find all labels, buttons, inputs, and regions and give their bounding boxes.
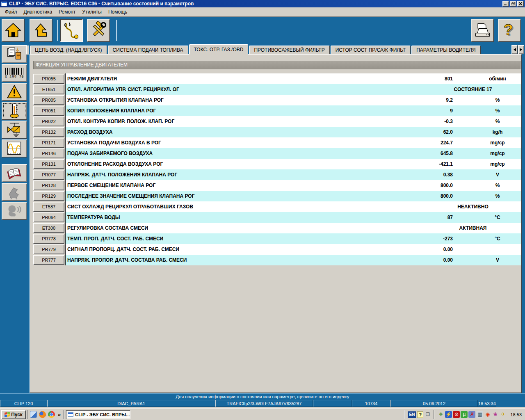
menu-item[interactable]: Диагностика [21,8,56,16]
lightning-icon[interactable]: ⚡ [445,411,452,418]
print-button[interactable] [471,19,494,42]
status-segment: 05.09.2012 [390,400,478,407]
window-title: CLIP - ЭБУ СИС. ВПРЫС. EDC16 C36 - Считы… [9,1,502,7]
parameter-code-button[interactable]: ET651 [33,84,64,94]
minimize-button[interactable] [502,1,509,7]
parameter-value: 0.38 [388,172,474,178]
parameter-value: -421.1 [388,161,474,167]
parameter-unit: % [474,119,521,124]
back-up-button[interactable] [30,19,52,42]
network-error-icon[interactable]: ✗ [468,411,475,418]
sidebar-actuators-button[interactable] [2,121,27,139]
target-icon[interactable]: ◉ [484,411,491,418]
question-mark-icon: ? ? [500,21,518,39]
parameter-code-button[interactable]: PR778 [33,234,64,244]
table-row: PR005 УСТАНОВКА ОТКРЫТИЯ КЛАПАНА РОГ 9.2… [33,95,521,105]
tab[interactable]: ИСТОР СОСТ ПР/САЖ ФИЛЬТ [331,46,411,55]
parameter-code-button[interactable]: PR132 [33,127,64,137]
sidebar-documents-button[interactable] [2,45,27,63]
tab[interactable]: ЦЕПЬ ВОЗД. (НАДД./ВПУСК) [30,46,107,55]
tab[interactable]: СИСТЕМА ПОДАЧИ ТОПЛИВА [108,46,188,55]
menu-item[interactable]: Файл [2,8,21,16]
diagnostics-button[interactable] [60,19,83,42]
sidebar-graph-button[interactable] [2,139,27,158]
palette-icon[interactable]: ❀ [492,411,499,418]
sidebar-manual-button[interactable] [2,164,27,182]
tab[interactable]: ТОКС. ОТР. ГАЗ./OBD [189,44,249,55]
parameter-code-button[interactable]: PR171 [33,138,64,148]
tray-help-icon[interactable]: ? [417,411,423,418]
parameter-description: УСТАНОВКА ОТКРЫТИЯ КЛАПАНА РОГ [66,97,388,103]
parameter-description: ОТКЛОНЕНИЕ РАСХОДА ВОЗДУХА РОГ [66,161,388,167]
windows-logo-icon [5,412,10,417]
no-entry-icon[interactable]: ⊘ [453,411,460,418]
language-indicator[interactable]: EN [408,411,416,418]
tab[interactable]: ПАРАМЕТРЫ ВОДИТЕЛЯ [411,46,480,55]
parameter-cells: РЕЖИМ ДВИГАТЕЛЯ 801 об/мин 801 [65,73,521,84]
sidebar-voice-button[interactable] [2,202,27,220]
parameter-code-button[interactable]: ET300 [33,223,64,233]
parameter-code-button[interactable]: PR146 [33,148,64,158]
parameter-code-button[interactable]: PR005 [33,95,64,105]
parameter-description: ТЕМП. ПРОП. ДАТЧ. СОСТ. РАБ. СМЕСИ [66,236,388,242]
stethoscope-icon [62,21,80,39]
sidebar-warning-button[interactable] [2,83,27,101]
parameter-code-button[interactable]: PR777 [33,255,64,265]
sidebar-clamp-button[interactable] [2,183,27,201]
taskbar: Пуск » CLIP - ЭБУ СИС. ВПРЫ... EN ? ❐ ❖ … [0,409,525,420]
parameter-value: 224.7 [388,140,474,146]
sidebar-parameters-button[interactable] [2,102,27,120]
warning-icon [7,84,22,100]
home-button[interactable] [2,19,25,42]
start-button[interactable]: Пуск [1,410,26,419]
parameter-cells: ПОДАЧА ЗАБИРАЕМОГО ВОЗДУХА 645.8 mg/cp 6… [65,148,521,159]
parameter-code-button[interactable]: PR064 [33,212,64,222]
sidebar-barcode-button[interactable]: 3 499 70 [2,64,27,82]
airplane-icon[interactable]: ✈ [500,411,507,418]
restore-button[interactable] [510,1,516,7]
shield-icon[interactable]: ❖ [437,411,444,418]
menu-item[interactable]: Ремонт [55,8,79,16]
menu-item[interactable]: Утилиты [79,8,105,16]
help-button[interactable]: ? ? [498,19,521,42]
taskbar-separator [27,410,28,419]
parameter-unit: °C [474,215,521,220]
parameter-code-button[interactable]: PR131 [33,159,64,169]
status-segment [313,400,352,407]
parameter-code-button[interactable]: PR051 [33,106,64,116]
show-desktop-icon[interactable] [30,411,37,418]
firefox-icon[interactable] [39,411,46,418]
tab-sliver [26,46,29,55]
parameter-code-button[interactable]: PR128 [33,180,64,190]
parameter-code-button[interactable]: PR022 [33,116,64,126]
tab-strip: ЦЕПЬ ВОЗД. (НАДД./ВПУСК) СИСТЕМА ПОДАЧИ … [26,44,525,55]
checkered-icon[interactable]: ▦ [476,411,483,418]
tab-scroll-left-button[interactable] [511,45,518,54]
parameter-code-button[interactable]: PR129 [33,191,64,201]
table-row: ET300 РЕГУЛИРОВКА СОСТАВА СМЕСИ АКТИВНАЯ… [33,223,521,233]
parameter-code-button[interactable]: ET587 [33,202,64,212]
table-row: PR055 РЕЖИМ ДВИГАТЕЛЯ 801 об/мин 801 [33,73,521,84]
parameter-code-button[interactable]: PR077 [33,170,64,180]
utorrent-icon[interactable]: µ [461,411,468,418]
tab[interactable]: ПРОТИВОСАЖЕВЫЙ ФИЛЬТР [249,46,329,55]
chrome-icon[interactable] [48,411,55,418]
parameter-value: -0.3 [388,119,474,124]
repair-button[interactable] [87,19,110,42]
book-icon [7,165,22,181]
parameter-description: РАСХОД ВОЗДУХА [66,129,388,135]
overflow-chevron[interactable]: » [58,411,61,418]
parameter-code-button[interactable]: PR055 [33,74,64,84]
status-segment: CLIP 120 [0,400,47,407]
tray-window-icon[interactable]: ❐ [425,411,431,418]
parameter-code-button[interactable]: PR779 [33,244,64,254]
taskbar-task-button[interactable]: CLIP - ЭБУ СИС. ВПРЫ... [66,410,130,419]
minimize-icon [504,2,507,5]
menu-item[interactable]: Помощь [105,8,130,16]
parameter-description: ОТКЛ. КОНТУРА КОПИР. ПОЛОЖ. КЛАП. РОГ [66,119,388,124]
tab-scroll-right-button[interactable] [518,45,524,54]
parameter-unit: V [474,257,521,263]
taskbar-clock[interactable]: 18:53 [508,412,523,417]
close-button[interactable] [517,1,524,7]
parameter-cells: ТЕМП. ПРОП. ДАТЧ. СОСТ. РАБ. СМЕСИ -273 … [65,233,521,244]
